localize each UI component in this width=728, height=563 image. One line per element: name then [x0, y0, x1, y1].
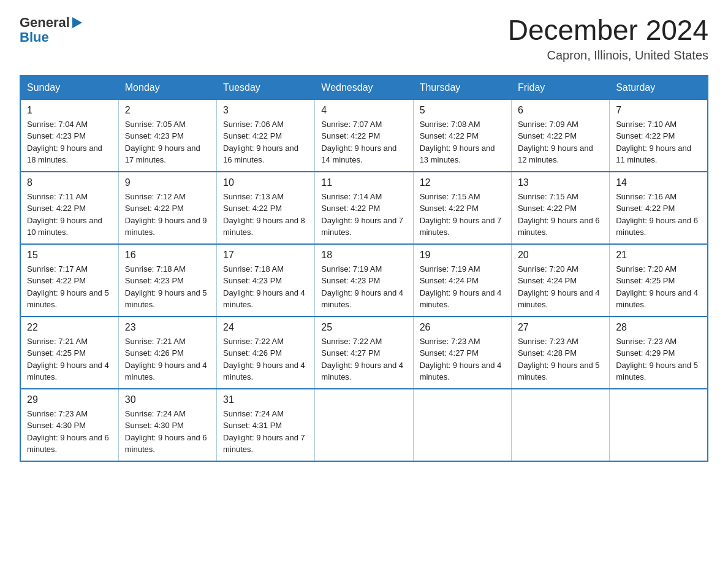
sunrise-label: Sunrise: 7:13 AM: [223, 192, 284, 201]
svg-marker-0: [72, 17, 82, 28]
daylight-label: Daylight: 9 hours and 5 minutes.: [616, 361, 698, 382]
calendar-day-cell: 17 Sunrise: 7:18 AM Sunset: 4:23 PM Dayl…: [217, 244, 315, 316]
calendar-day-cell: 3 Sunrise: 7:06 AM Sunset: 4:22 PM Dayli…: [217, 99, 315, 172]
sunset-label: Sunset: 4:23 PM: [321, 276, 380, 285]
daylight-label: Daylight: 9 hours and 11 minutes.: [616, 144, 691, 165]
sunset-label: Sunset: 4:22 PM: [27, 204, 86, 213]
sunrise-label: Sunrise: 7:21 AM: [125, 337, 186, 346]
daylight-label: Daylight: 9 hours and 4 minutes.: [420, 288, 502, 310]
day-number: 18: [321, 250, 406, 261]
daylight-label: Daylight: 9 hours and 5 minutes.: [27, 288, 109, 310]
day-number: 6: [518, 105, 603, 116]
sunset-label: Sunset: 4:22 PM: [518, 204, 577, 213]
sunset-label: Sunset: 4:27 PM: [321, 348, 380, 358]
daylight-label: Daylight: 9 hours and 4 minutes.: [27, 361, 109, 382]
daylight-label: Daylight: 9 hours and 9 minutes.: [125, 216, 207, 237]
day-info: Sunrise: 7:20 AM Sunset: 4:25 PM Dayligh…: [616, 263, 701, 311]
sunset-label: Sunset: 4:25 PM: [616, 276, 675, 285]
day-number: 12: [420, 177, 505, 188]
day-number: 14: [616, 177, 701, 188]
day-info: Sunrise: 7:21 AM Sunset: 4:25 PM Dayligh…: [27, 335, 112, 383]
weekday-header-thursday: Thursday: [413, 75, 511, 100]
day-number: 26: [420, 322, 505, 333]
sunrise-label: Sunrise: 7:16 AM: [616, 192, 677, 201]
calendar-day-cell: 7 Sunrise: 7:10 AM Sunset: 4:22 PM Dayli…: [610, 99, 708, 172]
daylight-label: Daylight: 9 hours and 12 minutes.: [518, 144, 593, 165]
calendar-day-cell: 27 Sunrise: 7:23 AM Sunset: 4:28 PM Dayl…: [511, 316, 609, 389]
daylight-label: Daylight: 9 hours and 4 minutes.: [420, 361, 502, 382]
day-number: 20: [518, 250, 603, 261]
calendar-day-cell: [511, 389, 609, 461]
daylight-label: Daylight: 9 hours and 6 minutes.: [518, 216, 600, 237]
sunset-label: Sunset: 4:22 PM: [616, 204, 675, 213]
daylight-label: Daylight: 9 hours and 7 minutes.: [420, 216, 502, 237]
calendar-day-cell: [413, 389, 511, 461]
calendar-day-cell: 31 Sunrise: 7:24 AM Sunset: 4:31 PM Dayl…: [217, 389, 315, 461]
sunrise-label: Sunrise: 7:06 AM: [223, 120, 284, 129]
calendar-day-cell: 5 Sunrise: 7:08 AM Sunset: 4:22 PM Dayli…: [413, 99, 511, 172]
sunrise-label: Sunrise: 7:22 AM: [223, 337, 284, 346]
day-info: Sunrise: 7:22 AM Sunset: 4:26 PM Dayligh…: [223, 335, 308, 383]
calendar-day-cell: 1 Sunrise: 7:04 AM Sunset: 4:23 PM Dayli…: [20, 99, 118, 172]
logo-blue-text: Blue: [20, 29, 49, 45]
weekday-header-wednesday: Wednesday: [315, 75, 413, 100]
sunset-label: Sunset: 4:29 PM: [616, 348, 675, 358]
day-info: Sunrise: 7:18 AM Sunset: 4:23 PM Dayligh…: [125, 263, 210, 311]
calendar-day-cell: 30 Sunrise: 7:24 AM Sunset: 4:30 PM Dayl…: [118, 389, 216, 461]
day-number: 31: [223, 394, 308, 405]
day-info: Sunrise: 7:15 AM Sunset: 4:22 PM Dayligh…: [420, 191, 505, 239]
sunrise-label: Sunrise: 7:04 AM: [27, 120, 88, 129]
day-info: Sunrise: 7:05 AM Sunset: 4:23 PM Dayligh…: [125, 118, 210, 166]
day-number: 27: [518, 322, 603, 333]
sunset-label: Sunset: 4:30 PM: [125, 421, 184, 430]
day-info: Sunrise: 7:17 AM Sunset: 4:22 PM Dayligh…: [27, 263, 112, 311]
sunset-label: Sunset: 4:26 PM: [223, 348, 282, 358]
calendar-day-cell: 24 Sunrise: 7:22 AM Sunset: 4:26 PM Dayl…: [217, 316, 315, 389]
sunrise-label: Sunrise: 7:15 AM: [518, 192, 578, 201]
daylight-label: Daylight: 9 hours and 4 minutes.: [616, 288, 698, 310]
daylight-label: Daylight: 9 hours and 7 minutes.: [223, 433, 305, 454]
daylight-label: Daylight: 9 hours and 6 minutes.: [27, 433, 109, 454]
day-info: Sunrise: 7:23 AM Sunset: 4:30 PM Dayligh…: [27, 408, 112, 456]
sunset-label: Sunset: 4:25 PM: [27, 348, 86, 358]
sunset-label: Sunset: 4:22 PM: [27, 276, 86, 285]
daylight-label: Daylight: 9 hours and 4 minutes.: [321, 361, 403, 382]
calendar-day-cell: [610, 389, 708, 461]
day-info: Sunrise: 7:23 AM Sunset: 4:28 PM Dayligh…: [518, 335, 603, 383]
day-info: Sunrise: 7:10 AM Sunset: 4:22 PM Dayligh…: [616, 118, 701, 166]
daylight-label: Daylight: 9 hours and 10 minutes.: [27, 216, 102, 237]
day-info: Sunrise: 7:23 AM Sunset: 4:27 PM Dayligh…: [420, 335, 505, 383]
sunrise-label: Sunrise: 7:23 AM: [518, 337, 578, 346]
calendar-day-cell: 4 Sunrise: 7:07 AM Sunset: 4:22 PM Dayli…: [315, 99, 413, 172]
day-info: Sunrise: 7:13 AM Sunset: 4:22 PM Dayligh…: [223, 191, 308, 239]
calendar-week-row: 29 Sunrise: 7:23 AM Sunset: 4:30 PM Dayl…: [20, 389, 708, 461]
calendar-day-cell: 23 Sunrise: 7:21 AM Sunset: 4:26 PM Dayl…: [118, 316, 216, 389]
day-info: Sunrise: 7:08 AM Sunset: 4:22 PM Dayligh…: [420, 118, 505, 166]
sunrise-label: Sunrise: 7:05 AM: [125, 120, 186, 129]
daylight-label: Daylight: 9 hours and 4 minutes.: [518, 288, 600, 310]
day-info: Sunrise: 7:20 AM Sunset: 4:24 PM Dayligh…: [518, 263, 603, 311]
sunset-label: Sunset: 4:26 PM: [125, 348, 184, 358]
sunrise-label: Sunrise: 7:14 AM: [321, 192, 382, 201]
day-info: Sunrise: 7:14 AM Sunset: 4:22 PM Dayligh…: [321, 191, 406, 239]
sunrise-label: Sunrise: 7:23 AM: [616, 337, 677, 346]
day-info: Sunrise: 7:16 AM Sunset: 4:22 PM Dayligh…: [616, 191, 701, 239]
calendar-day-cell: 22 Sunrise: 7:21 AM Sunset: 4:25 PM Dayl…: [20, 316, 118, 389]
calendar-week-row: 1 Sunrise: 7:04 AM Sunset: 4:23 PM Dayli…: [20, 99, 708, 172]
day-number: 15: [27, 250, 112, 261]
sunset-label: Sunset: 4:28 PM: [518, 348, 577, 358]
daylight-label: Daylight: 9 hours and 4 minutes.: [223, 288, 305, 310]
day-info: Sunrise: 7:07 AM Sunset: 4:22 PM Dayligh…: [321, 118, 406, 166]
day-info: Sunrise: 7:18 AM Sunset: 4:23 PM Dayligh…: [223, 263, 308, 311]
day-info: Sunrise: 7:19 AM Sunset: 4:24 PM Dayligh…: [420, 263, 505, 311]
calendar-day-cell: 21 Sunrise: 7:20 AM Sunset: 4:25 PM Dayl…: [610, 244, 708, 316]
sunrise-label: Sunrise: 7:23 AM: [420, 337, 480, 346]
calendar-day-cell: 29 Sunrise: 7:23 AM Sunset: 4:30 PM Dayl…: [20, 389, 118, 461]
weekday-header-tuesday: Tuesday: [217, 75, 315, 100]
sunrise-label: Sunrise: 7:11 AM: [27, 192, 88, 201]
sunset-label: Sunset: 4:22 PM: [321, 131, 380, 140]
day-number: 5: [420, 105, 505, 116]
day-number: 17: [223, 250, 308, 261]
day-number: 1: [27, 105, 112, 116]
weekday-header-saturday: Saturday: [610, 75, 708, 100]
